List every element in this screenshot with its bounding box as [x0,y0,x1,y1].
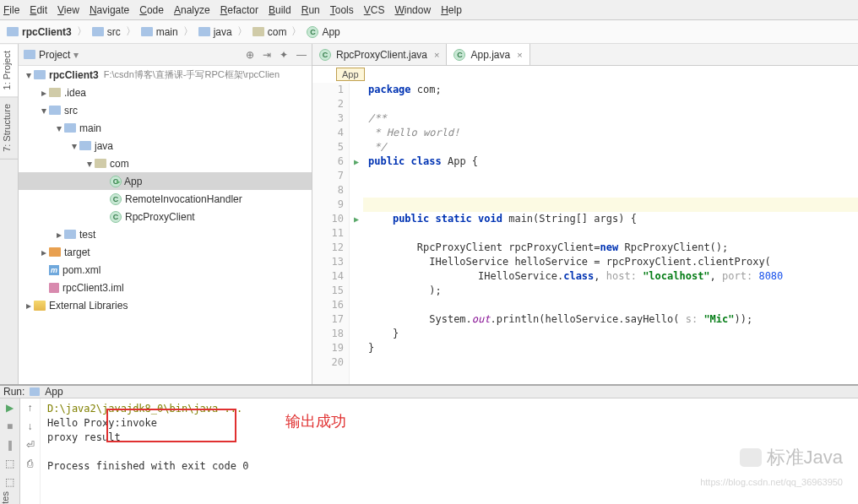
console-line [47,445,851,459]
sidebar-tab-favorites[interactable]: orites [0,491,19,504]
editor-tabs: CRpcProxyClient.java×CApp.java× [312,44,858,66]
menu-refactor[interactable]: Refactor [220,4,258,16]
run-gutter-icon[interactable]: ▶ [350,212,363,226]
run-header-label: Run: [3,386,24,398]
target-icon[interactable]: ⊕ [246,49,254,61]
close-icon[interactable]: × [434,50,439,60]
run-toolbar-right: ↑ ↓ ⏎ ⎙ [20,398,41,504]
console-line: Hello Proxy:invoke [47,416,851,431]
tree-item-com[interactable]: com [19,154,312,172]
down-icon[interactable]: ↓ [20,417,40,436]
editor-breadcrumb-item[interactable]: App [336,68,365,81]
tree-item-remoteinvocationhandler[interactable]: CRemoteInvocationHandler [19,190,312,208]
watermark: 标准Java [740,445,843,470]
tree-item-rpcclient3-iml[interactable]: rpcClient3.iml [19,279,312,296]
code-lines[interactable]: package com;/** * Hello world! */public … [363,83,858,384]
breadcrumb-app[interactable]: CApp [305,26,341,38]
watermark-text: 标准Java [767,445,843,470]
menu-file[interactable]: File [3,4,19,16]
editor-area: CRpcProxyClient.java×CApp.java× App 1234… [312,44,858,384]
watermark-url: https://blog.csdn.net/qq_36963950 [700,477,843,487]
run-body: ▶ ■ ‖ ⬚ ⬚ orites ↑ ↓ ⏎ ⎙ 输出成功 D:\java2\j… [0,398,858,504]
tree-item-rpcproxyclient[interactable]: CRpcProxyClient [19,208,312,225]
project-panel-header: Project ▾ ⊕ ⇥ ✦ — [19,44,312,66]
dump-icon[interactable]: ⬚ [0,473,19,491]
tree-item--idea[interactable]: .idea [19,84,312,101]
editor-breadcrumb: App [312,66,858,83]
tree-item-main[interactable]: main [19,119,312,137]
menubar: FileEditViewNavigateCodeAnalyzeRefactorB… [0,0,858,20]
menu-build[interactable]: Build [269,4,291,16]
hide-icon[interactable]: — [296,49,307,61]
project-panel-title: Project [39,49,70,61]
menu-tools[interactable]: Tools [330,4,354,16]
up-icon[interactable]: ↑ [20,398,40,417]
project-panel: Project ▾ ⊕ ⇥ ✦ — rpcClient3F:\csdn博客\直播… [19,44,312,384]
print-icon[interactable]: ⎙ [20,454,40,473]
menu-navigate[interactable]: Navigate [90,4,129,16]
run-config-icon [30,387,40,396]
project-tree: rpcClient3F:\csdn博客\直播课-手写RPC框架\rpcClien… [19,66,312,314]
menu-edit[interactable]: Edit [30,4,47,16]
tree-item-rpcclient3[interactable]: rpcClient3F:\csdn博客\直播课-手写RPC框架\rpcClien [19,66,312,84]
wrap-icon[interactable]: ⏎ [20,436,40,454]
breadcrumb-rpcclient3[interactable]: rpcClient3 [5,26,73,38]
console-output[interactable]: 输出成功 D:\java2\javajdk8_0\bin\java ...Hel… [41,398,858,504]
tab-rpcproxyclient-java[interactable]: CRpcProxyClient.java× [312,44,447,65]
annotation-text: 输出成功 [285,411,346,431]
left-sidebar-tabs: 1: Project 7: Structure [0,44,19,384]
tree-item-external-libraries[interactable]: External Libraries [19,296,312,314]
collapse-icon[interactable]: ⇥ [263,49,271,61]
run-gutter: ▶▶ [350,83,363,384]
dropdown-icon[interactable]: ▾ [73,49,79,61]
run-toolbar-left: ▶ ■ ‖ ⬚ ⬚ orites [0,398,20,504]
gear-icon[interactable]: ✦ [280,49,288,61]
console-line: proxy result [47,431,851,445]
tree-item-test[interactable]: test [19,225,312,243]
menu-help[interactable]: Help [441,4,462,16]
sidebar-tab-structure[interactable]: 7: Structure [0,97,18,160]
run-gutter-icon[interactable]: ▶ [350,154,363,169]
menu-window[interactable]: Window [394,4,431,16]
breadcrumb-main[interactable]: main [139,26,180,38]
run-config-name: App [45,386,62,398]
menu-run[interactable]: Run [301,4,320,16]
breadcrumb-src[interactable]: src [90,26,122,38]
breadcrumb-java[interactable]: java [197,26,234,38]
project-icon [24,50,35,59]
stop-icon[interactable]: ■ [0,417,19,436]
pause-icon[interactable]: ‖ [0,436,19,454]
console-line: D:\java2\javajdk8_0\bin\java ... [47,402,851,416]
tree-item-pom-xml[interactable]: mpom.xml [19,261,312,279]
menu-view[interactable]: View [57,4,79,16]
exit-icon[interactable]: ⬚ [0,454,19,473]
wechat-icon [740,448,762,467]
menu-code[interactable]: Code [139,4,164,16]
main-area: 1: Project 7: Structure Project ▾ ⊕ ⇥ ✦ … [0,44,858,384]
rerun-icon[interactable]: ▶ [0,398,19,417]
tab-app-java[interactable]: CApp.java× [447,44,529,65]
run-panel-header: Run: App [0,386,858,398]
breadcrumb-com[interactable]: com [251,26,289,38]
tree-item-app[interactable]: C▸App [19,172,312,190]
tree-item-target[interactable]: target [19,243,312,261]
tree-item-java[interactable]: java [19,137,312,154]
menu-analyze[interactable]: Analyze [174,4,210,16]
line-gutter: 1234567891011121314151617181920 [312,83,350,384]
close-icon[interactable]: × [517,50,522,60]
navbar: rpcClient3〉src〉main〉java〉com〉CApp [0,20,858,44]
menu-vcs[interactable]: VCS [364,4,385,16]
sidebar-tab-project[interactable]: 1: Project [0,44,18,97]
editor-content[interactable]: 1234567891011121314151617181920 ▶▶ packa… [312,83,858,384]
console-line: Process finished with exit code 0 [47,459,851,474]
tree-item-src[interactable]: src [19,101,312,119]
